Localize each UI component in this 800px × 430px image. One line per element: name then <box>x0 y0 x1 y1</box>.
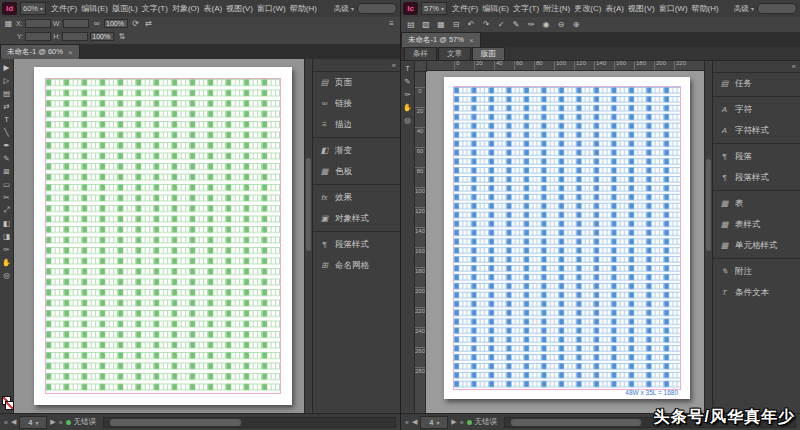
free-transform-tool-icon[interactable]: ⤢ <box>1 205 12 215</box>
menu-item[interactable]: 帮助(H) <box>288 3 319 14</box>
document-area[interactable]: 020406080100120140160180200220 020406080… <box>415 60 704 414</box>
page-canvas[interactable]: 48W x 35L = 1680 <box>444 77 690 399</box>
scrollbar-thumb[interactable] <box>706 159 711 251</box>
menu-item[interactable]: 更改(C) <box>572 3 603 14</box>
vertical-scrollbar[interactable] <box>704 60 712 414</box>
height-input[interactable] <box>62 32 88 41</box>
menu-item[interactable]: 帮助(H) <box>690 3 721 14</box>
menu-item[interactable]: 文件(F) <box>49 3 79 14</box>
menu-item[interactable]: 窗口(W) <box>255 3 288 14</box>
tab-story-view[interactable]: 文章 <box>438 47 471 60</box>
page-canvas[interactable] <box>34 67 292 405</box>
page-tool-icon[interactable]: ▤ <box>1 88 12 98</box>
links-panel[interactable]: ∞ 链接 <box>313 93 400 114</box>
menu-item[interactable]: 文件(F) <box>450 3 480 14</box>
close-icon[interactable]: × <box>469 36 474 45</box>
reference-point-proxy-icon[interactable]: ▦ <box>3 18 14 29</box>
assignments-panel[interactable]: ▤ 任务 <box>713 73 800 94</box>
stroke-swatch[interactable] <box>5 401 14 410</box>
tab-layout-view[interactable]: 版面 <box>472 47 505 60</box>
gap-tool-icon[interactable]: ⇄ <box>1 101 12 111</box>
spellcheck-icon[interactable]: ✓ <box>495 19 507 31</box>
hand-tool-icon[interactable]: ✋ <box>402 102 413 112</box>
flip-vertical-icon[interactable]: ⇅ <box>116 31 127 42</box>
scrollbar-thumb[interactable] <box>306 158 311 250</box>
first-page-icon[interactable]: « <box>405 419 409 426</box>
gradient-tool-icon[interactable]: ◧ <box>1 218 12 228</box>
cell-styles-panel[interactable]: ▦ 单元格样式 <box>713 235 800 256</box>
type-tool-icon[interactable]: T <box>402 63 413 73</box>
zoom-in-icon[interactable]: ⊕ <box>570 19 582 31</box>
dock-collapse-button[interactable]: « <box>313 59 400 72</box>
scissors-tool-icon[interactable]: ✂ <box>1 192 12 202</box>
character-styles-panel[interactable]: A 字符样式 <box>713 120 800 141</box>
gradient-panel[interactable]: ◧ 渐变 <box>313 140 400 161</box>
rectangle-tool-icon[interactable]: ▭ <box>1 179 12 189</box>
paragraph-styles-panel[interactable]: ¶ 段落样式 <box>713 167 800 188</box>
character-panel[interactable]: A 字符 <box>713 99 800 120</box>
new-document-icon[interactable]: ▤ <box>405 19 417 31</box>
table-panel[interactable]: ▦ 表 <box>713 193 800 214</box>
zoom-level-dropdown[interactable]: 60% ▾ <box>20 2 46 15</box>
pasteboard[interactable]: 48W x 35L = 1680 <box>426 71 704 414</box>
width-input[interactable] <box>63 19 89 28</box>
next-page-icon[interactable]: ▶ <box>50 418 55 426</box>
document-area[interactable] <box>14 59 304 414</box>
x-position-input[interactable] <box>25 19 51 28</box>
table-styles-panel[interactable]: ▦ 表样式 <box>713 214 800 235</box>
tab-galley-view[interactable]: 条样 <box>404 47 437 60</box>
menu-item[interactable]: 附注(N) <box>541 3 572 14</box>
scale-y-input[interactable]: 100% <box>90 32 114 41</box>
menu-item[interactable]: 编辑(E) <box>480 3 511 14</box>
vertical-ruler[interactable]: 020406080100120140160180200220240260280 <box>415 71 426 414</box>
conditional-text-panel[interactable]: T 条件文本 <box>713 282 800 303</box>
last-page-icon[interactable]: » <box>59 419 63 426</box>
menu-item[interactable]: 表(A) <box>201 3 224 14</box>
page-number-input[interactable]: 4 ▾ <box>19 416 47 429</box>
vertical-scrollbar[interactable] <box>304 59 312 414</box>
zoom-level-dropdown[interactable]: 57% ▾ <box>421 2 447 15</box>
menu-item[interactable]: 视图(V) <box>224 3 255 14</box>
prev-page-icon[interactable]: ◀ <box>412 418 417 426</box>
menu-item[interactable]: 文字(T) <box>511 3 541 14</box>
first-page-icon[interactable]: « <box>4 419 8 426</box>
fill-stroke-swatches[interactable] <box>2 396 12 408</box>
eyedropper-tool-icon[interactable]: ✑ <box>1 244 12 254</box>
eyedropper-tool-icon[interactable]: ✑ <box>402 89 413 99</box>
last-page-icon[interactable]: » <box>460 419 464 426</box>
dock-collapse-button[interactable]: « <box>713 60 800 73</box>
zoom-out-icon[interactable]: ⊖ <box>555 19 567 31</box>
menu-item[interactable]: 编辑(E) <box>79 3 110 14</box>
panel-menu-icon[interactable]: ≡ <box>386 18 397 29</box>
hand-tool-icon[interactable]: ✋ <box>1 257 12 267</box>
document-tab[interactable]: 未命名-1 @ 57% × <box>401 32 481 47</box>
pen-tool-icon[interactable]: ✒ <box>1 140 12 150</box>
next-page-icon[interactable]: ▶ <box>451 418 456 426</box>
menu-item[interactable]: 版面(L) <box>110 3 140 14</box>
frame-tool-icon[interactable]: ⊠ <box>1 166 12 176</box>
menu-item[interactable]: 窗口(W) <box>657 3 690 14</box>
scale-x-input[interactable]: 100% <box>104 19 128 28</box>
horizontal-scrollbar[interactable] <box>103 417 396 428</box>
flip-horizontal-icon[interactable]: ⇄ <box>143 18 154 29</box>
print-icon[interactable]: ⊟ <box>450 19 462 31</box>
direct-selection-tool-icon[interactable]: ▷ <box>1 75 12 85</box>
horizontal-ruler[interactable]: 020406080100120140160180200220 <box>426 60 704 71</box>
stroke-panel[interactable]: ≡ 描边 <box>313 114 400 135</box>
menu-item[interactable]: 文字(T) <box>140 3 170 14</box>
type-tool-icon[interactable]: T <box>1 114 12 124</box>
menu-item[interactable]: 视图(V) <box>626 3 657 14</box>
scrollbar-thumb[interactable] <box>110 419 241 426</box>
object-styles-panel[interactable]: ▣ 对象样式 <box>313 208 400 229</box>
effects-panel[interactable]: fx 效果 <box>313 187 400 208</box>
undo-icon[interactable]: ↶ <box>465 19 477 31</box>
open-document-icon[interactable]: ▧ <box>420 19 432 31</box>
selection-tool-icon[interactable]: ▶ <box>1 62 12 72</box>
workspace-switcher[interactable]: 高级 ▾ <box>732 4 756 14</box>
page-number-input[interactable]: 4 ▾ <box>420 416 448 429</box>
notes-panel[interactable]: ✎ 附注 <box>713 261 800 282</box>
zoom-tool-icon[interactable]: ◎ <box>402 115 413 125</box>
track-changes-icon[interactable]: ✑ <box>525 19 537 31</box>
document-tab[interactable]: 未命名-1 @ 60% × <box>0 44 80 59</box>
rotate-icon[interactable]: ⟳ <box>130 18 141 29</box>
